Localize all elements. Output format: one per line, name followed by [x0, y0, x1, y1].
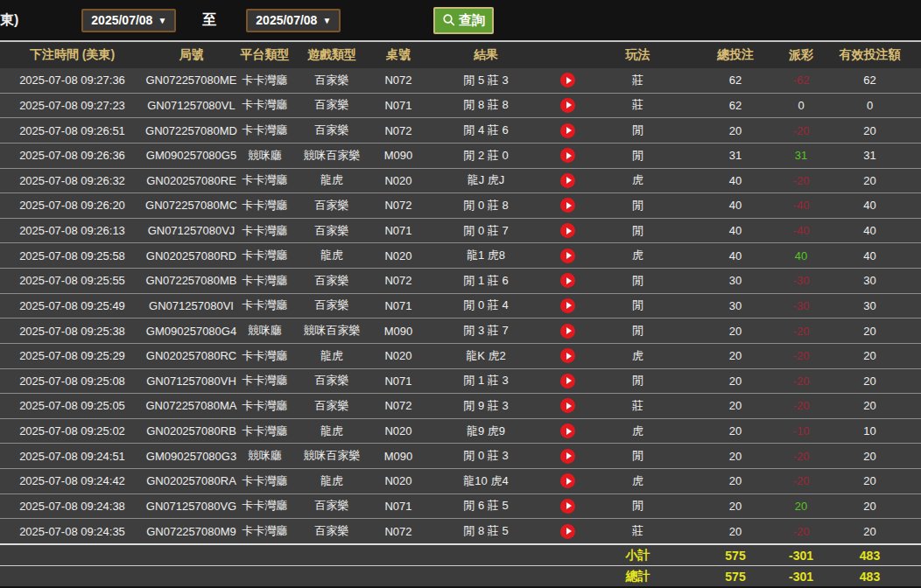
play-video-button[interactable]	[560, 273, 575, 288]
toolbar: 東) 2025/07/08 ▼ 至 2025/07/08 ▼ 查詢	[0, 0, 921, 40]
play-icon	[566, 252, 572, 259]
grand-total-row: 總計 575 -301 483	[0, 565, 921, 586]
cell-bet-time: 2025-07-08 09:27:36	[0, 74, 144, 87]
cell-result: 閒 9 莊 3	[425, 398, 547, 414]
cell-game-type: 競咪百家樂	[292, 323, 372, 339]
grand-total-total-bet: 575	[687, 570, 784, 584]
cell-bet-time: 2025-07-08 09:24:38	[0, 500, 144, 513]
play-video-button[interactable]	[560, 73, 575, 88]
cell-round-id: GM090257080G3	[144, 450, 238, 463]
cell-round-id: GN020257080RE	[144, 174, 238, 187]
cell-total-bet: 20	[687, 450, 784, 463]
play-icon	[566, 402, 572, 410]
play-icon	[566, 302, 572, 309]
cell-table-number: N071	[372, 299, 425, 312]
play-video-button[interactable]	[560, 223, 575, 238]
cell-result: 龍10 虎4	[425, 473, 547, 489]
cell-total-bet: 40	[687, 224, 784, 237]
cell-round-id: GN071257080VL	[144, 99, 238, 112]
cell-table-number: N072	[372, 124, 425, 137]
cell-game-type: 百家樂	[292, 398, 372, 414]
date-from-select[interactable]: 2025/07/08 ▼	[81, 9, 176, 32]
cell-play-type: 閒	[588, 148, 687, 164]
table-row: 2025-07-08 09:24:35 GN072257080M9 卡卡灣廳 百…	[0, 519, 921, 543]
cell-table-number: N071	[372, 374, 425, 388]
play-video-button[interactable]	[560, 248, 575, 263]
cell-bet-time: 2025-07-08 09:25:05	[0, 399, 144, 412]
cell-payout: -20	[784, 450, 819, 463]
cell-total-bet: 20	[687, 399, 784, 412]
cell-result: 閒 8 莊 8	[425, 97, 547, 113]
date-to-select[interactable]: 2025/07/08 ▼	[246, 9, 341, 32]
play-video-button[interactable]	[560, 499, 575, 514]
cell-round-id: GN072257080ME	[144, 74, 238, 87]
play-icon	[566, 377, 572, 384]
cell-result: 閒 3 莊 7	[425, 323, 547, 339]
cell-play-type: 虎	[588, 248, 687, 263]
play-video-button[interactable]	[560, 374, 575, 388]
play-video-button[interactable]	[560, 198, 575, 213]
column-header: 派彩	[784, 47, 819, 63]
cell-play-type: 閒	[588, 373, 687, 388]
play-icon	[566, 478, 572, 485]
table-header: 下注時間 (美東)局號平台類型遊戲類型桌號結果玩法總投注派彩有效投注額	[0, 40, 921, 68]
cell-result: 閒 0 莊 8	[425, 198, 547, 214]
cell-play-type: 閒	[588, 273, 687, 289]
play-icon	[566, 528, 572, 535]
cell-round-id: GN020257080RA	[144, 474, 238, 487]
table-row: 2025-07-08 09:24:42 GN020257080RA 卡卡灣廳 龍…	[0, 469, 921, 494]
cell-play-type: 虎	[588, 473, 687, 489]
cell-round-id: GN071257080VJ	[144, 224, 238, 237]
cell-bet-time: 2025-07-08 09:25:08	[0, 374, 144, 388]
cell-platform-type: 卡卡灣廳	[238, 348, 292, 364]
cell-total-bet: 20	[687, 325, 784, 338]
play-video-button[interactable]	[560, 398, 575, 413]
cell-play-type: 閒	[588, 323, 687, 339]
play-video-button[interactable]	[560, 98, 575, 113]
play-video-button[interactable]	[560, 348, 575, 363]
cell-round-id: GN020257080RB	[144, 424, 238, 438]
cell-platform-type: 卡卡灣廳	[238, 298, 292, 313]
play-video-button[interactable]	[560, 173, 575, 188]
play-video-button[interactable]	[560, 449, 575, 464]
cell-game-type: 百家樂	[292, 198, 372, 214]
search-button[interactable]: 查詢	[433, 7, 494, 34]
play-video-button[interactable]	[560, 524, 575, 539]
cell-payout: -20	[784, 399, 819, 412]
cell-game-type: 競咪百家樂	[292, 148, 372, 164]
cell-table-number: M090	[372, 450, 425, 463]
play-icon	[566, 353, 572, 360]
cell-table-number: N020	[372, 174, 425, 187]
cell-payout: -20	[784, 349, 819, 362]
cell-bet-time: 2025-07-08 09:25:02	[0, 424, 144, 438]
cell-table-number: N072	[372, 74, 425, 87]
play-video-button[interactable]	[560, 148, 575, 163]
play-video-button[interactable]	[560, 298, 575, 313]
cell-valid-bet: 0	[819, 99, 921, 112]
cell-result: 閒 6 莊 5	[425, 498, 547, 514]
column-header: 結果	[425, 47, 547, 63]
cell-play-type: 虎	[588, 348, 687, 364]
cell-payout: -30	[784, 274, 819, 287]
cell-table-number: N072	[372, 525, 425, 538]
column-header: 下注時間 (美東)	[0, 47, 144, 63]
cell-game-type: 龍虎	[292, 172, 372, 188]
play-video-button[interactable]	[560, 473, 575, 488]
cell-table-number: N072	[372, 199, 425, 212]
cell-total-bet: 20	[687, 525, 784, 538]
play-video-button[interactable]	[560, 123, 575, 138]
play-video-button[interactable]	[560, 424, 575, 438]
cell-table-number: M090	[372, 325, 425, 338]
cell-round-id: GN072257080MA	[144, 399, 238, 412]
cell-platform-type: 競咪廳	[238, 148, 292, 164]
cell-result: 閒 0 莊 7	[425, 223, 547, 239]
cell-payout: -20	[784, 325, 819, 338]
cell-result: 閒 0 莊 3	[425, 448, 547, 464]
play-video-button[interactable]	[560, 324, 575, 339]
cell-valid-bet: 20	[819, 124, 921, 137]
date-to-value: 2025/07/08	[256, 13, 317, 27]
subtotal-label: 小計	[588, 548, 687, 564]
cell-valid-bet: 62	[819, 74, 921, 87]
cell-payout: 40	[784, 249, 819, 262]
cell-game-type: 百家樂	[292, 73, 372, 88]
